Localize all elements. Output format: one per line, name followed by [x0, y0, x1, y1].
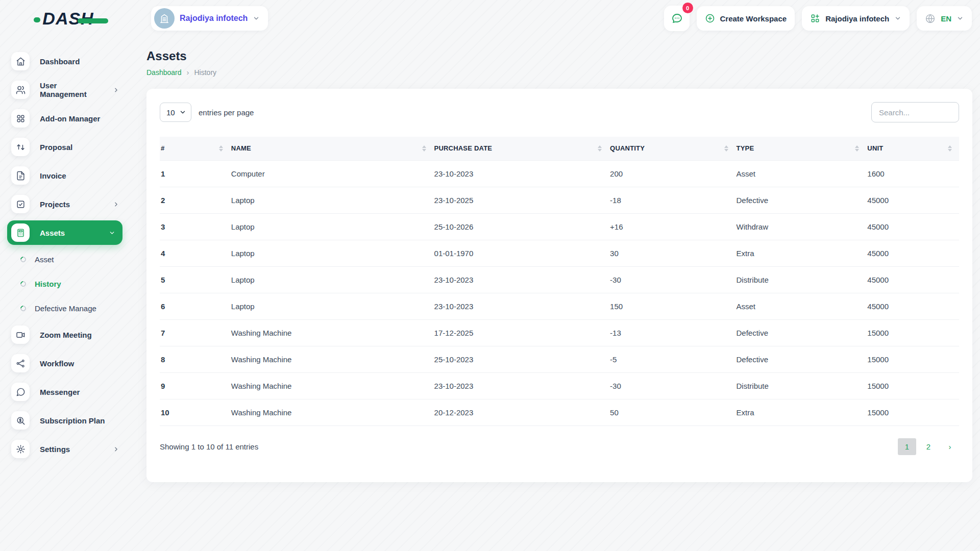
gear-icon [11, 440, 30, 458]
column-header-quantity[interactable]: QUANTITY [609, 137, 735, 160]
brand-logo[interactable]: DASH [34, 9, 93, 29]
workspace-switcher-label: Rajodiya infotech [825, 14, 889, 23]
table-row: 6Laptop23-10-2023150Asset45000 [160, 293, 959, 319]
sidebar-subitem-history[interactable]: History [0, 271, 128, 296]
sidebar-subitem-asset[interactable]: Asset [0, 247, 128, 271]
table-row: 7Washing Machine17-12-2025-13Defective15… [160, 319, 959, 346]
breadcrumb-dashboard-link[interactable]: Dashboard [146, 68, 182, 77]
sidebar-item-assets[interactable]: Assets [7, 220, 122, 245]
sort-icon [948, 145, 952, 152]
workspace-selector[interactable]: Rajodiya infotech [151, 6, 268, 31]
sort-icon [219, 145, 223, 152]
chevron-down-icon [957, 15, 964, 22]
chevron-down-icon [179, 109, 186, 116]
language-selector[interactable]: EN [917, 6, 972, 31]
sidebar-item-user-management[interactable]: User Management [0, 76, 128, 104]
sidebar: Dashboard User Management Add-on Manager… [0, 37, 128, 551]
table-row: 9Washing Machine23-10-2023-30Distribute1… [160, 372, 959, 399]
sidebar-item-dashboard[interactable]: Dashboard [0, 47, 128, 76]
entries-summary: Showing 1 to 10 of 11 entries [160, 442, 258, 451]
swap-icon [11, 138, 30, 156]
chevron-right-icon [113, 201, 119, 208]
page-title: Assets [146, 49, 972, 63]
page-size-value: 10 [166, 108, 175, 117]
sidebar-item-zoom-meeting[interactable]: Zoom Meeting [0, 320, 128, 349]
check-square-icon [11, 195, 30, 213]
grid-plus-icon [810, 13, 820, 23]
pagination-next-button[interactable]: › [941, 438, 959, 455]
calculator-icon [11, 223, 30, 242]
chevron-down-icon [253, 15, 260, 22]
donut-icon [19, 255, 28, 263]
column-header-type[interactable]: TYPE [736, 137, 867, 160]
message-bubble-icon [11, 383, 30, 401]
chevron-right-icon [113, 446, 119, 453]
language-code: EN [941, 14, 951, 23]
sidebar-item-invoice[interactable]: Invoice [0, 161, 128, 190]
globe-icon [925, 13, 936, 24]
users-icon [11, 81, 30, 99]
workspace-name: Rajodiya infotech [180, 14, 248, 23]
donut-icon [19, 304, 28, 312]
entries-per-page-label: entries per page [199, 108, 254, 117]
page-size-select[interactable]: 10 [160, 103, 191, 122]
building-icon [154, 8, 175, 29]
table-header-row: # NAME PURCHASE DATE QUANTITY TYPE UNIT [160, 137, 959, 160]
sidebar-item-projects[interactable]: Projects [0, 190, 128, 218]
sort-icon [855, 145, 859, 152]
table-row: 5Laptop23-10-2023-30Distribute45000 [160, 266, 959, 293]
assets-history-card: 10 entries per page # NAME PURCHASE DATE… [146, 89, 972, 482]
history-table: # NAME PURCHASE DATE QUANTITY TYPE UNIT … [160, 137, 959, 426]
chat-badge: 0 [682, 3, 693, 13]
create-workspace-button[interactable]: Create Workspace [697, 6, 795, 31]
column-header-unit[interactable]: UNIT [866, 137, 959, 160]
chevron-down-icon [109, 230, 115, 236]
table-row: 1Computer23-10-2023200Asset1600 [160, 160, 959, 187]
table-row: 8Washing Machine25-10-2023-5Defective150… [160, 346, 959, 372]
logo-bar-icon [78, 18, 108, 23]
grid-icon [11, 109, 30, 128]
sidebar-item-addon-manager[interactable]: Add-on Manager [0, 104, 128, 133]
sidebar-item-workflow[interactable]: Workflow [0, 349, 128, 378]
breadcrumb: Dashboard › History [146, 68, 972, 77]
breadcrumb-separator: › [187, 68, 189, 77]
sidebar-item-proposal[interactable]: Proposal [0, 133, 128, 161]
table-row: 4Laptop01-01-197030Extra45000 [160, 240, 959, 266]
sidebar-item-messenger[interactable]: Messenger [0, 378, 128, 406]
pagination-page-1[interactable]: 1 [898, 438, 916, 455]
table-row: 3Laptop25-10-2026+16Withdraw45000 [160, 213, 959, 240]
donut-icon [19, 280, 28, 288]
sidebar-item-subscription-plan[interactable]: Subscription Plan [0, 406, 128, 435]
chat-bubble-icon [671, 12, 683, 24]
plus-circle-icon [705, 13, 715, 23]
column-header-name[interactable]: NAME [230, 137, 433, 160]
sidebar-subitem-defective-manage[interactable]: Defective Manage [0, 296, 128, 320]
search-input[interactable] [871, 102, 959, 122]
breadcrumb-current: History [194, 68, 217, 77]
workspace-switcher[interactable]: Rajodiya infotech [802, 6, 910, 31]
sidebar-item-settings[interactable]: Settings [0, 435, 128, 463]
sort-icon [598, 145, 602, 152]
create-workspace-label: Create Workspace [720, 14, 787, 23]
table-row: 10Washing Machine20-12-202350Extra15000 [160, 399, 959, 425]
share-branch-icon [11, 354, 30, 372]
main-content: Assets Dashboard › History 10 entries pe… [128, 49, 980, 482]
column-header-index[interactable]: # [160, 137, 230, 160]
video-camera-icon [11, 325, 30, 344]
column-header-purchase-date[interactable]: PURCHASE DATE [433, 137, 609, 160]
pagination-page-2[interactable]: 2 [919, 438, 938, 455]
pagination: 1 2 › [898, 438, 959, 455]
sort-icon [422, 145, 426, 152]
file-icon [11, 166, 30, 185]
logo-dash-icon [34, 17, 40, 22]
chat-button[interactable]: 0 [664, 6, 690, 31]
chevron-right-icon [113, 87, 119, 93]
search-dollar-icon [11, 411, 30, 430]
sort-icon [724, 145, 728, 152]
table-row: 2Laptop23-10-2025-18Defective45000 [160, 187, 959, 213]
home-icon [11, 52, 30, 70]
top-bar: DASH Rajodiya infotech 0 Create Workspac… [0, 0, 980, 37]
chevron-down-icon [894, 15, 901, 22]
